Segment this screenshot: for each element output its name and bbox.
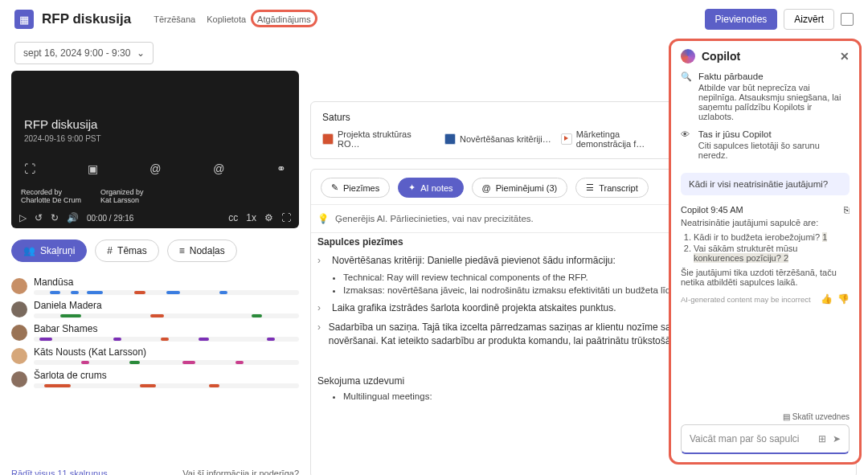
copilot-timestamp: Copilot 9:45 AM: [681, 205, 743, 215]
calendar-app-icon: ▦: [14, 10, 34, 29]
speed-control[interactable]: 1x: [246, 212, 256, 223]
reference-badge[interactable]: 1: [822, 232, 827, 242]
file-item[interactable]: Mārketinga demonstrācija f…: [561, 129, 674, 149]
lightbulb-icon: 💡: [317, 213, 329, 224]
copilot-input[interactable]: Vaicāt man par šo sapulci ⊞➤: [681, 424, 850, 454]
organized-by-label: Organized by: [100, 188, 144, 196]
video-title: RFP diskusija: [24, 117, 291, 131]
video-marker-icon: ⛶: [24, 162, 35, 175]
organized-by-value: Kat Larsson: [100, 196, 144, 204]
speaker-timeline: [34, 290, 299, 295]
avatar: [11, 301, 27, 317]
play-icon[interactable]: ▷: [19, 212, 27, 223]
chevron-down-icon: ⌄: [137, 47, 145, 59]
copilot-title: Copilot: [702, 50, 740, 63]
date-select[interactable]: sept 16, 2024 9:00 - 9:30 ⌄: [14, 42, 154, 64]
settings-icon[interactable]: ⚙: [264, 212, 273, 223]
copy-icon[interactable]: ⎘: [844, 205, 850, 215]
copilot-suggestion[interactable]: Kādi ir visi neatrisinātie jautājumi?: [681, 173, 850, 195]
answer-item: Vai sākām strukturēt mūsu konkurences po…: [694, 244, 850, 263]
tab-chat[interactable]: Tērzēšana: [154, 14, 195, 24]
speaker-tabs: 👥Skaļruņi # Tēmas ≡ Nodaļas: [11, 240, 299, 262]
eye-icon: 👁: [681, 129, 692, 160]
view-prompts-link[interactable]: ▤ Skatīt uzvednes: [681, 412, 850, 421]
speaker-row[interactable]: Babar Shames: [11, 321, 299, 343]
avatar: [11, 371, 27, 387]
ai-disclaimer: AI-generated content may be incorrect: [681, 295, 811, 304]
video-player[interactable]: RFP diskusija 2024-09-16 9:00 PST ⛶ ▣ @ …: [11, 71, 299, 228]
people-icon: 👥: [23, 245, 35, 256]
answer-item: Kādi ir to budžeta ierobežojumi? 1: [694, 232, 850, 242]
rewind-icon[interactable]: ↺: [35, 212, 43, 223]
speakers-list: Mandūsa Daniela Madera Babar Shames Kāts…: [11, 275, 299, 390]
volume-icon[interactable]: 🔊: [67, 212, 79, 223]
speaker-timeline: [34, 383, 299, 388]
date-value: sept 16, 2024 9:00 - 9:30: [23, 47, 130, 59]
tab-speakers[interactable]: 👥Skaļruņi: [11, 240, 87, 262]
speaker-timeline: [34, 360, 299, 365]
left-column: RFP diskusija 2024-09-16 9:00 PST ⛶ ▣ @ …: [11, 71, 299, 475]
speaker-timeline: [34, 337, 299, 342]
page-title: RFP diskusija: [42, 11, 131, 27]
tab-topics[interactable]: # Tēmas: [95, 240, 158, 262]
speaker-row[interactable]: Mandūsa: [11, 275, 299, 297]
video-file-icon: [561, 133, 572, 145]
speaker-row[interactable]: Kāts Nousts (Kat Larsson): [11, 345, 299, 366]
file-item[interactable]: Novērtēšanas kritēriji…: [444, 129, 551, 149]
header: ▦ RFP diskusija Tērzēšana Koplietota Atg…: [0, 0, 868, 39]
avatar: [11, 348, 27, 364]
speaker-timeline: [34, 313, 299, 318]
avatar: [11, 278, 27, 294]
reference-badge[interactable]: 2: [784, 253, 788, 263]
fullscreen-icon[interactable]: ⛶: [281, 212, 291, 223]
header-tabs: Tērzēšana Koplietota Atgādinājums: [154, 14, 311, 24]
popout-icon[interactable]: [841, 13, 854, 26]
tab-chapters[interactable]: ≡ Nodaļas: [167, 240, 237, 262]
feedback-link[interactable]: Vai šī informācija ir noderīga?: [182, 469, 299, 475]
thumbs-down-icon[interactable]: 👎: [837, 293, 850, 305]
tab-notes[interactable]: ✎ Piezīmes: [321, 178, 390, 198]
video-marker-icon: ▣: [88, 162, 98, 175]
forward-icon[interactable]: ↻: [51, 212, 59, 223]
file-item[interactable]: Projekta struktūras RO…: [322, 129, 435, 149]
send-icon[interactable]: ➤: [833, 433, 841, 444]
tab-mentions[interactable]: @ Pieminējumi (3): [472, 178, 568, 198]
tab-shared[interactable]: Koplietota: [207, 14, 246, 24]
recorded-by-value: Charlotte De Crum: [21, 196, 81, 204]
video-time: 00:00 / 29:16: [87, 214, 133, 223]
show-all-speakers[interactable]: Rādīt visus 11 skaļruņus: [11, 469, 108, 475]
copilot-panel: Copilot ✕ 🔍Faktu pārbaudeAtbilde var būt…: [669, 39, 862, 465]
chevron-right-icon[interactable]: ›: [317, 321, 322, 349]
avatar: [11, 325, 27, 341]
tab-recap[interactable]: Atgādinājums: [257, 14, 311, 24]
thumbs-up-icon[interactable]: 👍: [821, 293, 833, 305]
search-icon: 🔍: [681, 72, 692, 121]
close-button[interactable]: Aizvērt: [784, 9, 834, 30]
chevron-right-icon[interactable]: ›: [317, 254, 326, 268]
chevron-right-icon[interactable]: ›: [317, 301, 326, 315]
captions-icon[interactable]: cc: [228, 212, 238, 223]
copilot-icon: [681, 49, 695, 63]
powerpoint-icon: [322, 133, 334, 145]
copilot-response: Copilot 9:45 AM⎘ Neatrisinātie jautājumi…: [681, 205, 850, 305]
tab-ai-notes[interactable]: ✦ AI notes: [398, 178, 463, 198]
speaker-row[interactable]: Daniela Madera: [11, 298, 299, 320]
word-icon: [444, 133, 456, 145]
mention-icon: @: [213, 162, 224, 175]
close-icon[interactable]: ✕: [840, 50, 850, 63]
tab-transcript[interactable]: ☰ Transcript: [575, 178, 649, 198]
speaker-row[interactable]: Šarlota de crums: [11, 368, 299, 390]
grid-icon[interactable]: ⊞: [818, 433, 826, 444]
content-title: Saturs: [322, 112, 350, 123]
copilot-placeholder: Vaicāt man par šo sapulci: [690, 433, 800, 444]
mention-icon: @: [149, 162, 161, 175]
video-date: 2024-09-16 9:00 PST: [24, 134, 291, 143]
join-button[interactable]: Pievienoties: [705, 9, 778, 30]
people-icon: ⚭: [276, 162, 286, 175]
recorded-by-label: Recorded by: [21, 188, 81, 196]
